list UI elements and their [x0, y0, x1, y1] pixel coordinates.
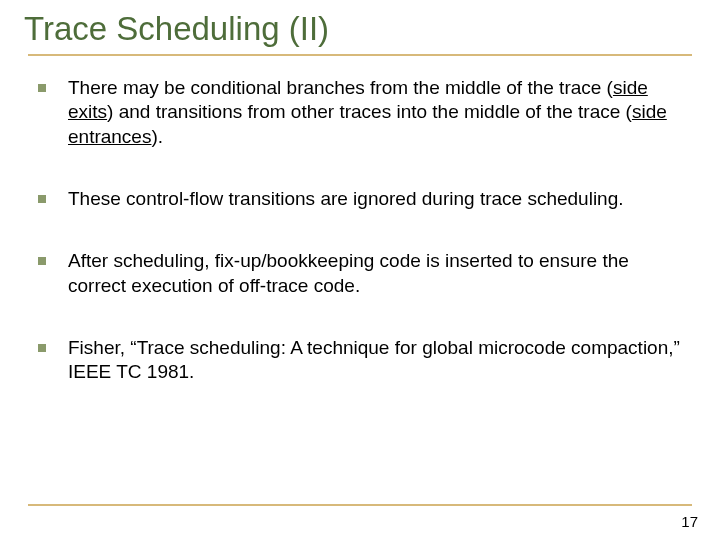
- bullet-square-icon: [38, 195, 46, 203]
- bullet-square-icon: [38, 84, 46, 92]
- list-item: Fisher, “Trace scheduling: A technique f…: [38, 336, 692, 385]
- bullet-text: After scheduling, fix-up/bookkeeping cod…: [68, 250, 629, 295]
- title-rule: [28, 54, 692, 56]
- slide-title: Trace Scheduling (II): [24, 10, 692, 48]
- bullet-list: There may be conditional branches from t…: [28, 76, 692, 385]
- page-number: 17: [681, 513, 698, 530]
- bullet-text-segment: Fisher,: [68, 337, 130, 358]
- bullet-square-icon: [38, 257, 46, 265]
- bullet-square-icon: [38, 344, 46, 352]
- bullet-text-segment: ).: [151, 126, 163, 147]
- list-item: These control-flow transitions are ignor…: [38, 187, 692, 211]
- reference-venue: IEEE TC 1981.: [68, 361, 194, 382]
- footer-rule: [28, 504, 692, 506]
- quote-close-icon: ”: [674, 337, 680, 358]
- slide: Trace Scheduling (II) There may be condi…: [0, 0, 720, 540]
- bullet-text-segment: There may be conditional branches from t…: [68, 77, 613, 98]
- bullet-text-segment: ) and transitions from other traces into…: [107, 101, 632, 122]
- bullet-text: These control-flow transitions are ignor…: [68, 188, 624, 209]
- list-item: After scheduling, fix-up/bookkeeping cod…: [38, 249, 692, 298]
- reference-title: Trace scheduling: A technique for global…: [137, 337, 674, 358]
- list-item: There may be conditional branches from t…: [38, 76, 692, 149]
